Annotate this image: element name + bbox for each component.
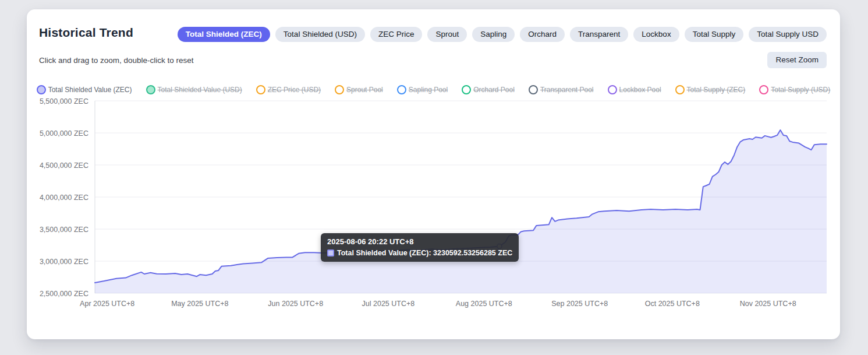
metric-tabs: Total Shielded (ZEC) Total Shielded (USD… [178,27,827,42]
legend-item-label: ZEC Price (USD) [268,86,321,94]
legend-marker-icon [675,85,685,94]
page-title: Historical Trend [39,26,133,40]
legend-marker-icon [608,85,617,94]
tab-orchard[interactable]: Orchard [520,27,565,42]
tab-sapling[interactable]: Sapling [472,27,515,42]
legend-item-label: Total Shielded Value (USD) [158,86,242,94]
legend-item-label: Total Supply (USD) [771,86,830,94]
reset-zoom-button[interactable]: Reset Zoom [767,52,827,68]
legend-marker-icon [529,85,538,94]
tab-total-shielded-zec[interactable]: Total Shielded (ZEC) [178,27,270,42]
legend-item-total-shielded-usd[interactable]: Total Shielded Value (USD) [146,85,242,94]
legend-item-zec-price-usd[interactable]: ZEC Price (USD) [256,85,321,94]
tab-zec-price[interactable]: ZEC Price [370,27,423,42]
legend-item-label: Total Shielded Value (ZEC) [48,86,132,94]
tooltip-series-swatch-icon [327,249,334,256]
legend-item-label: Total Supply (ZEC) [687,86,746,94]
historical-trend-card: Historical Trend Total Shielded (ZEC) To… [27,9,840,339]
legend-marker-icon [462,85,471,94]
legend-item-sapling-pool[interactable]: Sapling Pool [397,85,448,94]
legend-item-label: Sapling Pool [409,86,448,94]
tab-total-shielded-usd[interactable]: Total Shielded (USD) [275,27,365,42]
legend-item-sprout-pool[interactable]: Sprout Pool [335,85,383,94]
legend-marker-icon [256,85,265,94]
legend-marker-icon [146,85,155,94]
tab-sprout[interactable]: Sprout [427,27,467,42]
legend-item-total-supply-usd[interactable]: Total Supply (USD) [759,85,830,94]
legend-item-label: Lockbox Pool [619,86,661,94]
legend-item-label: Orchard Pool [473,86,515,94]
legend-item-total-supply-zec[interactable]: Total Supply (ZEC) [675,85,746,94]
tab-total-supply-usd[interactable]: Total Supply USD [749,27,827,42]
tab-transparent[interactable]: Transparent [570,27,628,42]
tooltip-value: Total Shielded Value (ZEC): 3230592.5325… [337,249,512,257]
chart-legend: Total Shielded Value (ZEC) Total Shielde… [27,85,840,94]
tab-total-supply[interactable]: Total Supply [685,27,744,42]
legend-item-label: Transparent Pool [540,86,594,94]
legend-marker-icon [397,85,406,94]
tab-lockbox[interactable]: Lockbox [633,27,679,42]
legend-item-total-shielded-zec[interactable]: Total Shielded Value (ZEC) [37,85,132,94]
legend-marker-icon [37,85,46,94]
legend-marker-icon [759,85,768,94]
legend-marker-icon [335,85,344,94]
legend-item-label: Sprout Pool [346,86,383,94]
tooltip-date: 2025-08-06 20:22 UTC+8 [327,237,512,246]
legend-item-transparent-pool[interactable]: Transparent Pool [529,85,594,94]
legend-item-orchard-pool[interactable]: Orchard Pool [462,85,515,94]
chart-tooltip: 2025-08-06 20:22 UTC+8 Total Shielded Va… [321,233,519,262]
legend-item-lockbox-pool[interactable]: Lockbox Pool [608,85,661,94]
zoom-hint: Click and drag to zoom, double-click to … [39,56,194,65]
